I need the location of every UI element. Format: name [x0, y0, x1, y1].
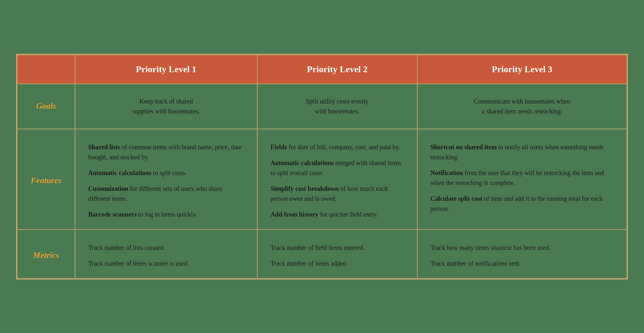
features-col3: Shortcut on shared item to notify all us… — [417, 129, 627, 230]
goals-col3: Communicate with housemates whena shared… — [417, 84, 627, 129]
features-row: Features Shared lists of common items wi… — [17, 129, 627, 230]
goals-row: Goals Keep track of sharedsupplies with … — [17, 84, 627, 129]
features-col2: Fields for date of bill, company, cost, … — [257, 129, 417, 230]
header-row: Priority Level 1 Priority Level 2 Priori… — [17, 55, 627, 84]
header-col0 — [17, 55, 75, 84]
header-col1: Priority Level 1 — [75, 55, 257, 84]
header-col2: Priority Level 2 — [257, 55, 417, 84]
header-col3: Priority Level 3 — [417, 55, 627, 84]
goals-col2: Split utility costs evenlywith housemate… — [257, 84, 417, 129]
goals-col1: Keep track of sharedsupplies with housem… — [75, 84, 257, 129]
metrics-col1: Track number of lists created. Track num… — [75, 230, 257, 279]
priority-table-wrapper: Priority Level 1 Priority Level 2 Priori… — [16, 54, 628, 279]
metrics-label: Metrics — [17, 230, 75, 279]
goals-label: Goals — [17, 84, 75, 129]
features-label: Features — [17, 129, 75, 230]
metrics-col3: Track how many times shortcut has been u… — [417, 230, 627, 279]
metrics-col2: Track number of field items entered. Tra… — [257, 230, 417, 279]
priority-table: Priority Level 1 Priority Level 2 Priori… — [17, 54, 627, 279]
metrics-row: Metrics Track number of lists created. T… — [17, 230, 627, 279]
features-col1: Shared lists of common items with brand … — [75, 129, 257, 230]
